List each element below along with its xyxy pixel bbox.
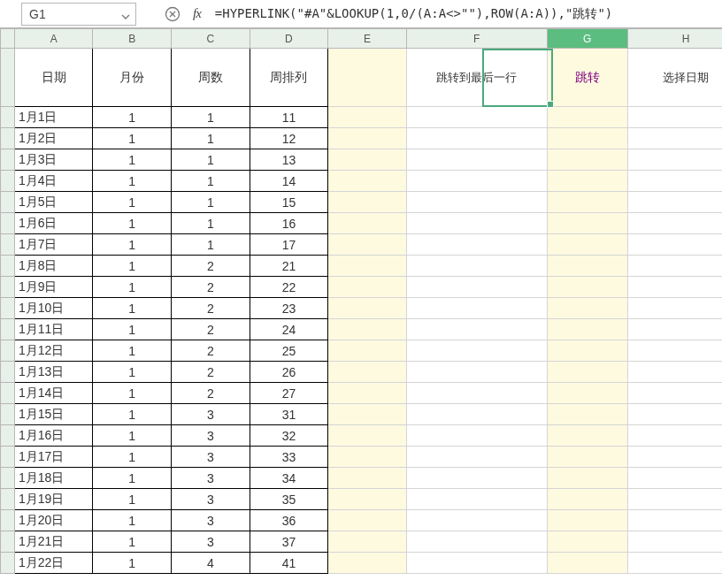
cell-B9[interactable]: 1	[93, 256, 172, 277]
cell-G11[interactable]	[547, 298, 627, 319]
cell-A1[interactable]: 日期	[14, 49, 93, 107]
cell-C7[interactable]: 1	[172, 213, 250, 234]
cell-E8[interactable]	[328, 234, 407, 256]
cell-A14[interactable]: 1月13日	[14, 362, 93, 383]
col-header-G[interactable]: G	[547, 29, 627, 49]
cell-F17[interactable]	[406, 425, 547, 447]
cell-A17[interactable]: 1月16日	[14, 425, 93, 447]
cell-A11[interactable]: 1月10日	[14, 298, 93, 319]
row-header[interactable]	[1, 340, 15, 362]
cell-F18[interactable]	[406, 447, 547, 468]
formula-input[interactable]: =HYPERLINK("#A"&LOOKUP(1,0/(A:A<>""),ROW…	[210, 3, 722, 26]
row-header[interactable]	[1, 319, 15, 340]
cell-B18[interactable]: 1	[93, 447, 172, 468]
cell-E22[interactable]	[328, 531, 407, 553]
cell-G5[interactable]	[547, 171, 627, 192]
cell-F21[interactable]	[406, 510, 547, 531]
cell-E2[interactable]	[328, 107, 407, 128]
cell-H6[interactable]	[627, 192, 722, 213]
cell-G2[interactable]	[547, 107, 627, 128]
cell-D9[interactable]: 21	[250, 256, 328, 277]
cell-C2[interactable]: 1	[172, 107, 250, 128]
row-header[interactable]	[1, 192, 15, 213]
row-header[interactable]	[1, 468, 15, 489]
cell-B1[interactable]: 月份	[93, 49, 172, 107]
cell-G19[interactable]	[547, 468, 627, 489]
cell-F4[interactable]	[406, 149, 547, 171]
col-header-H[interactable]: H	[627, 29, 722, 49]
cell-G9[interactable]	[547, 256, 627, 277]
cell-F9[interactable]	[406, 256, 547, 277]
cell-D8[interactable]: 17	[250, 234, 328, 256]
cell-A10[interactable]: 1月9日	[14, 277, 93, 298]
cell-F10[interactable]	[406, 277, 547, 298]
cell-H15[interactable]	[627, 383, 722, 404]
cell-F6[interactable]	[406, 192, 547, 213]
cell-G15[interactable]	[547, 383, 627, 404]
cell-C1[interactable]: 周数	[172, 49, 250, 107]
cell-F13[interactable]	[406, 340, 547, 362]
row-header[interactable]	[1, 531, 15, 553]
col-header-B[interactable]: B	[93, 29, 172, 49]
cell-E17[interactable]	[328, 425, 407, 447]
cell-F12[interactable]	[406, 319, 547, 340]
cell-H8[interactable]	[627, 234, 722, 256]
cell-E18[interactable]	[328, 447, 407, 468]
cell-C15[interactable]: 2	[172, 383, 250, 404]
col-header-C[interactable]: C	[172, 29, 250, 49]
cell-G4[interactable]	[547, 149, 627, 171]
cell-A8[interactable]: 1月7日	[14, 234, 93, 256]
row-header[interactable]	[1, 49, 15, 107]
cell-H20[interactable]	[627, 489, 722, 510]
cell-H1[interactable]: 选择日期	[627, 49, 722, 107]
row-header[interactable]	[1, 553, 15, 574]
cell-G10[interactable]	[547, 277, 627, 298]
row-header[interactable]	[1, 234, 15, 256]
cell-F5[interactable]	[406, 171, 547, 192]
cell-C14[interactable]: 2	[172, 362, 250, 383]
cell-C13[interactable]: 2	[172, 340, 250, 362]
cell-F3[interactable]	[406, 128, 547, 149]
cell-G1-hyperlink[interactable]: 跳转	[547, 49, 627, 107]
cell-B14[interactable]: 1	[93, 362, 172, 383]
cell-E19[interactable]	[328, 468, 407, 489]
cell-H7[interactable]	[627, 213, 722, 234]
cell-G12[interactable]	[547, 319, 627, 340]
row-header[interactable]	[1, 171, 15, 192]
cell-E11[interactable]	[328, 298, 407, 319]
cell-B19[interactable]: 1	[93, 468, 172, 489]
cell-B23[interactable]: 1	[93, 553, 172, 574]
row-header[interactable]	[1, 383, 15, 404]
cell-H14[interactable]	[627, 362, 722, 383]
cell-F14[interactable]	[406, 362, 547, 383]
cell-E23[interactable]	[328, 553, 407, 574]
cell-A7[interactable]: 1月6日	[14, 213, 93, 234]
cell-H3[interactable]	[627, 128, 722, 149]
cell-C18[interactable]: 3	[172, 447, 250, 468]
cell-H18[interactable]	[627, 447, 722, 468]
cell-B5[interactable]: 1	[93, 171, 172, 192]
cell-B4[interactable]: 1	[93, 149, 172, 171]
cell-B7[interactable]: 1	[93, 213, 172, 234]
cell-G13[interactable]	[547, 340, 627, 362]
cell-B2[interactable]: 1	[93, 107, 172, 128]
cell-B13[interactable]: 1	[93, 340, 172, 362]
cell-G14[interactable]	[547, 362, 627, 383]
col-header-F[interactable]: F	[406, 29, 547, 49]
cell-H21[interactable]	[627, 510, 722, 531]
row-header[interactable]	[1, 277, 15, 298]
cell-C3[interactable]: 1	[172, 128, 250, 149]
cell-G8[interactable]	[547, 234, 627, 256]
row-header[interactable]	[1, 404, 15, 425]
cell-D12[interactable]: 24	[250, 319, 328, 340]
row-header[interactable]	[1, 447, 15, 468]
cell-D16[interactable]: 31	[250, 404, 328, 425]
cell-B11[interactable]: 1	[93, 298, 172, 319]
cell-A20[interactable]: 1月19日	[14, 489, 93, 510]
cell-C20[interactable]: 3	[172, 489, 250, 510]
select-all-corner[interactable]	[1, 29, 15, 49]
cell-F2[interactable]	[406, 107, 547, 128]
cell-F20[interactable]	[406, 489, 547, 510]
cell-H12[interactable]	[627, 319, 722, 340]
cell-G21[interactable]	[547, 510, 627, 531]
